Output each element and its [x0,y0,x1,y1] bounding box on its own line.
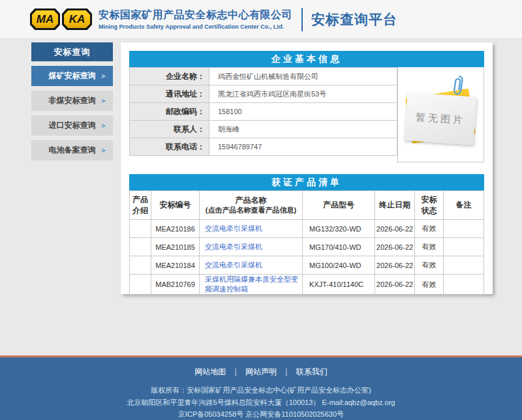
table-row: MEA210185 交流电牵引采煤机 MG170/410-WD 2026-06-… [130,238,484,256]
end-date-cell: 2026-06-22 [375,220,415,238]
chevron-right-icon: ＞ [100,91,107,111]
table-row: MEA210184 交流电牵引采煤机 MG100/240-WD 2026-06-… [130,256,484,275]
status-cell: 有效 [415,275,444,295]
logo-badge-ma-icon: MA [30,8,60,30]
no-image-text: 暂无图片 [415,111,465,127]
org-titles: 安标国家矿用产品安全标志中心有限公司 Mining Products Safet… [99,8,292,30]
end-date-cell: 2026-06-22 [375,275,415,295]
cert-no-cell: MEA210184 [151,256,200,275]
header-divider [301,8,303,31]
chevron-right-icon: ＞ [100,66,107,86]
product-name-link[interactable]: 交流电牵引采煤机 [205,224,262,232]
field-label: 联系人： [130,121,209,138]
sidebar-item-label: 煤矿安标查询 [49,71,96,80]
footer-icp: 京ICP备05034258号 京公网安备11010502025630号 [0,408,522,420]
col-header-intro: 产品 介绍 [130,191,151,220]
product-name-link[interactable]: 采煤机用隔爆兼本质安全型变频调速控制箱 [205,275,298,293]
footer-link-contact[interactable]: 联系我们 [296,367,328,376]
cert-no-cell: MAB210769 [151,275,200,295]
sidebar: 安标查询 煤矿安标查询 ＞ 非煤安标查询 ＞ 进口安标查询 ＞ 电池备案查询 ＞ [31,42,113,165]
model-cell: KXJT-410/1140C [303,275,375,295]
footer-link-sitemap[interactable]: 网站地图 [194,367,226,376]
status-cell: 有效 [415,238,444,256]
photo-card-front: 暂无图片 [405,92,477,145]
product-name-link[interactable]: 交流电牵引采煤机 [205,261,262,269]
remark-cell [444,256,484,275]
end-date-cell: 2026-06-22 [375,238,415,256]
contact-person-value: 胡海峰 [209,121,397,138]
platform-title: 安标查询平台 [311,10,397,29]
site-header: MA KA 安标国家矿用产品安全标志中心有限公司 Mining Products… [0,0,522,39]
table-row: 通讯地址： 黑龙江省鸡西市鸡冠区南星街53号 [130,85,397,103]
col-header-status: 安标 状态 [415,191,444,220]
col-header-end-date: 终止日期 [375,191,415,220]
table-row: 邮政编码： 158100 [130,103,397,121]
maka-logo: MA KA [30,8,92,30]
cert-no-cell: MEA210185 [151,238,200,256]
content-panel: 企业基本信息 企业名称： 鸡西金恒矿山机械制造有限公司 通讯地址： 黑龙江省鸡西… [121,42,493,294]
intro-cell [130,256,151,275]
main-area: 安标查询 煤矿安标查询 ＞ 非煤安标查询 ＞ 进口安标查询 ＞ 电池备案查询 ＞… [0,39,522,294]
products-section-title: 获证产品清单 [129,174,484,190]
org-name-en: Mining Products Safety Approval and Cert… [99,23,292,30]
table-row: MAB210769 采煤机用隔爆兼本质安全型变频调速控制箱 KXJT-410/1… [130,275,484,295]
col-header-product-name: 产品名称 (点击产品名称查看产品信息) [200,191,303,220]
enterprise-info-table: 企业名称： 鸡西金恒矿山机械制造有限公司 通讯地址： 黑龙江省鸡西市鸡冠区南星街… [129,67,397,156]
sidebar-item-label: 电池备案查询 [49,145,96,155]
product-name-cell: 交流电牵引采煤机 [200,238,303,256]
postcode-value: 158100 [209,103,397,121]
product-name-cell: 交流电牵引采煤机 [200,256,303,275]
intro-cell [130,220,151,238]
remark-cell [444,275,484,295]
field-label: 联系电话： [130,138,209,156]
remark-cell [444,220,484,238]
field-label: 邮政编码： [130,103,209,121]
sidebar-item-noncoal-query[interactable]: 非煤安标查询 ＞ [31,91,113,111]
col-header-remark: 备注 [444,191,484,220]
footer-link-separator: | [235,367,237,376]
field-label: 企业名称： [130,68,209,85]
product-name-cell: 采煤机用隔爆兼本质安全型变频调速控制箱 [200,275,303,295]
table-row: 联系人： 胡海峰 [130,121,397,138]
page-footer: 网站地图 | 网站声明 | 联系我们 版权所有：安标国家矿用产品安全标志中心(矿… [0,355,522,420]
org-name-zh: 安标国家矿用产品安全标志中心有限公司 [99,8,292,22]
enterprise-section-title: 企业基本信息 [129,51,484,67]
sidebar-item-coal-query[interactable]: 煤矿安标查询 ＞ [31,66,113,86]
model-cell: MG100/240-WD [303,256,375,275]
table-row: 联系电话： 15946789747 [130,138,397,156]
phone-value: 15946789747 [209,138,397,156]
product-name-cell: 交流电牵引采煤机 [200,220,303,238]
sidebar-item-label: 进口安标查询 [49,121,96,130]
footer-link-statement[interactable]: 网站声明 [245,367,277,376]
cert-no-cell: MEA210186 [151,220,200,238]
col-header-cert-no: 安标编号 [151,191,200,220]
no-image-placeholder: 暂无图片 [397,67,484,162]
logo-badge-ka-icon: KA [62,8,92,30]
address-value: 黑龙江省鸡西市鸡冠区南星街53号 [209,85,397,103]
table-row: 企业名称： 鸡西金恒矿山机械制造有限公司 [130,68,397,85]
footer-links: 网站地图 | 网站声明 | 联系我们 [0,367,522,378]
intro-cell [130,238,151,256]
status-cell: 有效 [415,220,444,238]
model-cell: MG132/320-WD [303,220,375,238]
field-label: 通讯地址： [130,85,209,103]
table-row: MEA210186 交流电牵引采煤机 MG132/320-WD 2026-06-… [130,220,484,238]
sidebar-item-label: 非煤安标查询 [49,96,96,105]
chevron-right-icon: ＞ [100,140,107,160]
sidebar-title: 安标查询 [31,42,113,61]
model-cell: MG170/410-WD [303,238,375,256]
remark-cell [444,238,484,256]
footer-address: 北京朝阳区和平里青年沟路5号煤科总院安科大厦（100013） E-mail:aq… [0,397,522,409]
sidebar-item-import-query[interactable]: 进口安标查询 ＞ [31,115,113,136]
status-cell: 有效 [415,256,444,275]
product-name-link[interactable]: 交流电牵引采煤机 [205,243,262,250]
company-name-value: 鸡西金恒矿山机械制造有限公司 [209,68,397,85]
sidebar-item-battery-query[interactable]: 电池备案查询 ＞ [31,140,113,160]
end-date-cell: 2026-06-22 [375,256,415,275]
footer-link-separator: | [285,367,287,376]
chevron-right-icon: ＞ [100,115,107,136]
col-header-model: 产品型号 [303,191,375,220]
certified-products-table: 产品 介绍 安标编号 产品名称 (点击产品名称查看产品信息) 产品型号 终止日期… [129,190,484,295]
footer-copyright: 版权所有：安标国家矿用产品安全标志中心(矿用产品安全标志办公室) [0,384,522,397]
intro-cell [130,275,151,295]
